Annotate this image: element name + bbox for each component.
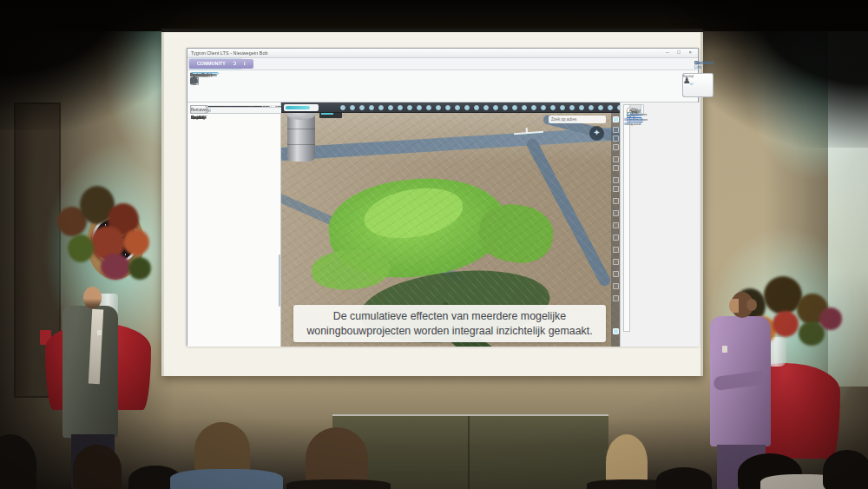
- toolbar-button-label: Event Bundles: [190, 73, 216, 77]
- map-tool-icon[interactable]: [613, 247, 619, 253]
- map-tool-icon[interactable]: [613, 156, 619, 162]
- map-tool-icon[interactable]: [613, 198, 619, 204]
- audience-head: [656, 467, 712, 489]
- map-tool-icon[interactable]: [613, 295, 619, 301]
- status-label: Connected: [694, 61, 713, 65]
- map-indicator-chip: [284, 104, 319, 111]
- ribbon-tab-row: FILECURRENT SITUATIONFUTURE DESIGNMULTI …: [187, 58, 698, 70]
- map-tool-icon[interactable]: [613, 259, 619, 265]
- window-title: Tygron Client LTS - Nieuwegein Bob: [191, 50, 268, 56]
- presenter-right-badge: [722, 346, 727, 353]
- map-tool-icon[interactable]: [613, 222, 619, 228]
- map-tool-icon[interactable]: [613, 235, 619, 241]
- map-side-toolbar[interactable]: [611, 113, 620, 347]
- map-tool-icon[interactable]: [613, 186, 619, 192]
- address-search-input[interactable]: [549, 116, 606, 123]
- window-controls[interactable]: – □ ×: [666, 50, 695, 55]
- map-tool-icon[interactable]: [613, 144, 619, 150]
- map-tool-icon[interactable]: [613, 271, 619, 277]
- chat-tool-icon[interactable]: [613, 328, 619, 334]
- gas-holder-3d: [287, 113, 315, 162]
- toolbar: ◍ ▶ Test Run ✛ Actions ✎ Measures ⚙ Para…: [187, 70, 698, 102]
- presentation-subtitle: De cumulatieve effecten van meerdere mog…: [293, 305, 606, 342]
- compass-icon[interactable]: ✦: [589, 126, 604, 141]
- conference-room-photo: Tygron Client LTS - Nieuwegein Bob – □ ×…: [0, 0, 868, 489]
- measures-sidebar: Select a filter⌄ ⟳ A: OPGELEVERD-15 febr…: [187, 102, 281, 347]
- map-tool-icon[interactable]: [613, 165, 619, 171]
- panel-sheet: ▸ ⓘ DOC Name 3D 3D Owner Bedrijf⌄ ✓ Stak…: [623, 104, 630, 332]
- map-tool-icon[interactable]: [613, 127, 619, 133]
- map-hotkey-bar[interactable]: [281, 102, 620, 113]
- map-tool-icon[interactable]: [613, 210, 619, 216]
- presenter-right-face: [729, 299, 739, 313]
- add-button[interactable]: Remove: [190, 105, 207, 114]
- ribbon-tab[interactable]: COMMUNITY: [189, 59, 233, 69]
- scrollbar[interactable]: [279, 254, 280, 307]
- audience-head: [73, 445, 122, 489]
- toolbar-button[interactable]: ▣ Event Bundles: [190, 72, 219, 73]
- map-hotkey-icons[interactable]: [339, 102, 620, 113]
- camera-tool-icon[interactable]: [613, 116, 619, 122]
- audience-shoulders: [286, 479, 391, 489]
- presenter-left-badge: [97, 330, 102, 335]
- audience-head: [823, 450, 868, 489]
- stakeholder-button[interactable]: ♟ Bedrijf: [682, 73, 713, 97]
- flower-bouquet-left: [50, 181, 163, 302]
- map-tool-icon[interactable]: [613, 283, 619, 289]
- app-body: Select a filter⌄ ⟳ A: OPGELEVERD-15 febr…: [187, 102, 698, 347]
- map-tool-icon[interactable]: [613, 135, 619, 142]
- properties-panel: GeneralDetailsCardsAreasEvents ▸ ⓘ DOC N…: [620, 102, 700, 347]
- tygron-app-window: Tygron Client LTS - Nieuwegein Bob – □ ×…: [187, 48, 699, 346]
- presenter-right-hair-bun: [746, 299, 757, 311]
- measure-list: A: OPGELEVERD-15 februari 2023S-City 21-…: [190, 105, 283, 251]
- title-bar: Tygron Client LTS - Nieuwegein Bob – □ ×: [187, 49, 698, 58]
- audience-shoulders: [170, 469, 283, 489]
- chevron-down-icon[interactable]: ⌄: [688, 77, 695, 87]
- map-tool-icon[interactable]: [613, 177, 619, 183]
- av-console-table: [332, 414, 608, 489]
- presenter-left-head: [83, 287, 102, 308]
- activate-measure-link[interactable]: Activate Measure: [627, 113, 643, 122]
- map-viewport-3d[interactable]: ✦: [281, 102, 620, 347]
